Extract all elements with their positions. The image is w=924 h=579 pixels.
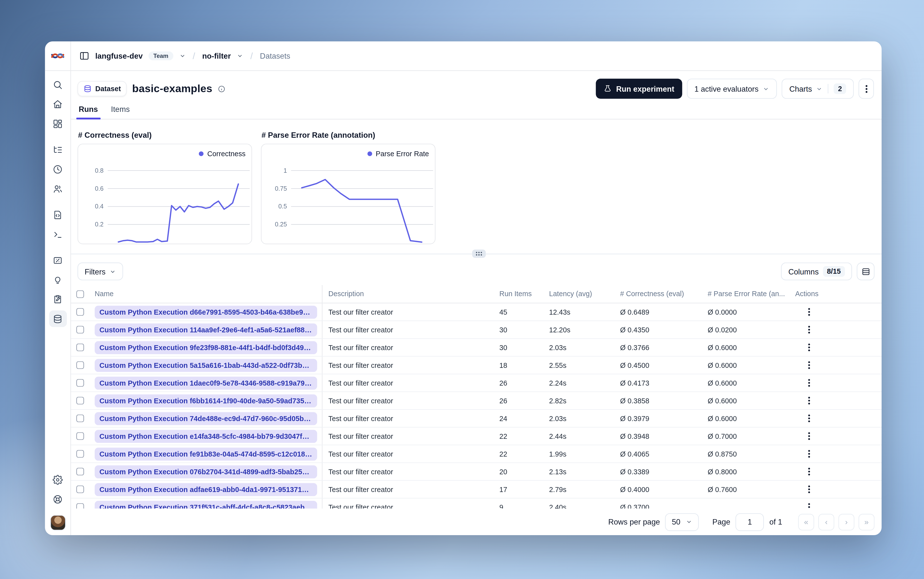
sessions-icon[interactable] (49, 161, 67, 177)
run-correctness-cell: Ø 0.4000 (615, 485, 703, 494)
datasets-icon[interactable] (49, 311, 67, 327)
run-correctness-cell: Ø 0.3700 (615, 503, 703, 509)
row-actions-button[interactable] (802, 412, 815, 425)
run-name-cell: Custom Python Execution 371f531c-abff-4d… (90, 499, 323, 509)
row-checkbox[interactable] (76, 397, 84, 404)
dashboards-icon[interactable] (49, 115, 67, 132)
filters-button[interactable]: Filters (77, 263, 123, 280)
column-header-description[interactable]: Description (323, 290, 495, 298)
row-actions-button[interactable] (802, 323, 815, 336)
column-header-name[interactable]: Name (90, 285, 323, 303)
run-items-cell: 20 (495, 468, 544, 476)
drag-handle[interactable] (472, 250, 486, 258)
page-label: Page (712, 517, 730, 526)
column-header-parse-error[interactable]: # Parse Error Rate (an... (703, 290, 790, 298)
row-actions-button[interactable] (802, 376, 815, 389)
row-checkbox[interactable] (76, 379, 84, 387)
row-checkbox[interactable] (76, 308, 84, 316)
row-checkbox[interactable] (76, 486, 84, 493)
row-checkbox[interactable] (76, 450, 84, 458)
run-name-badge[interactable]: Custom Python Execution 1daec0f9-5e78-43… (95, 376, 317, 389)
run-name-cell: Custom Python Execution adfae619-abb0-4d… (90, 481, 323, 498)
row-actions-button[interactable] (802, 341, 815, 354)
row-actions-button[interactable] (802, 447, 815, 461)
breadcrumb-project[interactable]: no-filter (202, 51, 231, 61)
run-name-badge[interactable]: Custom Python Execution 74de488e-ec9d-47… (95, 412, 317, 425)
charts-section: # Correctness (eval) 0.80.60.40.2 Correc… (71, 119, 881, 244)
row-actions-button[interactable] (802, 394, 815, 407)
evaluators-icon[interactable] (49, 252, 67, 268)
row-actions-button[interactable] (802, 500, 815, 509)
run-name-badge[interactable]: Custom Python Execution adfae619-abb0-4d… (95, 483, 317, 496)
row-checkbox[interactable] (76, 468, 84, 475)
run-name-badge[interactable]: Custom Python Execution f6bb1614-1f90-40… (95, 394, 317, 407)
run-name-badge[interactable]: Custom Python Execution d66e7991-8595-45… (95, 306, 317, 319)
row-actions-button[interactable] (802, 359, 815, 372)
row-checkbox[interactable] (76, 361, 84, 369)
row-actions-button[interactable] (802, 306, 815, 319)
select-all-checkbox[interactable] (76, 290, 84, 298)
support-icon[interactable] (49, 491, 67, 507)
run-name-badge[interactable]: Custom Python Execution 114aa9ef-29e6-4e… (95, 323, 317, 336)
sidebar-toggle-icon[interactable] (79, 51, 90, 61)
run-actions-cell (790, 376, 881, 389)
first-page-button[interactable]: « (798, 514, 814, 530)
run-name-badge[interactable]: Custom Python Execution 9fe23f98-881e-44… (95, 341, 317, 354)
row-checkbox[interactable] (76, 414, 84, 422)
org-chevron-down-icon[interactable] (179, 53, 185, 59)
row-checkbox[interactable] (76, 503, 84, 509)
run-name-badge[interactable]: Custom Python Execution 076b2704-341d-48… (95, 465, 317, 478)
run-items-cell: 26 (495, 379, 544, 387)
last-page-button[interactable]: » (858, 514, 875, 530)
columns-button[interactable]: Columns 8/15 (781, 263, 852, 280)
column-header-correctness[interactable]: # Correctness (eval) (615, 290, 703, 298)
rows-per-page-select[interactable]: 50 (665, 513, 699, 531)
home-icon[interactable] (49, 96, 67, 112)
sidebar (45, 41, 71, 535)
prompts-icon[interactable] (49, 206, 67, 223)
run-latency-cell: 2.82s (544, 396, 615, 405)
run-parse-error-cell: Ø 0.6000 (703, 379, 790, 387)
run-name-badge[interactable]: Custom Python Execution e14fa348-5cfc-49… (95, 430, 317, 443)
run-name-badge[interactable]: Custom Python Execution 371f531c-abff-4d… (95, 500, 317, 509)
kebab-icon (808, 347, 809, 348)
row-height-button[interactable] (857, 263, 875, 280)
row-actions-button[interactable] (802, 483, 815, 496)
info-icon[interactable] (218, 85, 225, 92)
column-header-run-items[interactable]: Run Items (495, 290, 544, 298)
settings-icon[interactable] (49, 471, 67, 488)
playground-icon[interactable] (49, 226, 67, 242)
langfuse-logo[interactable] (45, 41, 70, 71)
search-icon[interactable] (49, 76, 67, 93)
tab-items[interactable]: Items (111, 105, 130, 119)
more-actions-button[interactable] (858, 79, 874, 99)
project-chevron-down-icon[interactable] (237, 53, 243, 59)
row-actions-button[interactable] (802, 465, 815, 478)
run-parse-error-cell: Ø 0.7600 (703, 485, 790, 494)
row-checkbox[interactable] (76, 343, 84, 351)
tracing-icon[interactable] (49, 141, 67, 158)
active-evaluators-button[interactable]: 1 active evaluators (686, 79, 777, 99)
column-header-latency[interactable]: Latency (avg) (544, 290, 615, 298)
page-number-input[interactable] (736, 513, 764, 531)
charts-button[interactable]: Charts 2 (781, 79, 854, 99)
run-name-badge[interactable]: Custom Python Execution fe91b83e-04a5-47… (95, 447, 317, 461)
row-actions-button[interactable] (802, 430, 815, 443)
prev-page-button[interactable]: ‹ (818, 514, 834, 530)
row-checkbox[interactable] (76, 326, 84, 334)
breadcrumb-section[interactable]: Datasets (260, 51, 290, 61)
run-experiment-button[interactable]: Run experiment (596, 79, 682, 99)
svg-text:0.25: 0.25 (275, 221, 287, 228)
toolbar: Run experiment 1 active evaluators Chart… (596, 79, 874, 99)
users-icon[interactable] (49, 180, 67, 197)
row-checkbox[interactable] (76, 432, 84, 440)
run-description-cell: Test our filter creator (323, 503, 495, 509)
tab-runs[interactable]: Runs (79, 105, 98, 119)
insights-icon[interactable] (49, 272, 67, 288)
breadcrumb-org[interactable]: langfuse-dev (95, 51, 143, 61)
user-avatar[interactable] (50, 515, 66, 530)
next-page-button[interactable]: › (839, 514, 855, 530)
run-actions-cell (790, 465, 881, 478)
run-name-badge[interactable]: Custom Python Execution 5a15a616-1bab-44… (95, 359, 317, 372)
annotation-queues-icon[interactable] (49, 291, 67, 307)
